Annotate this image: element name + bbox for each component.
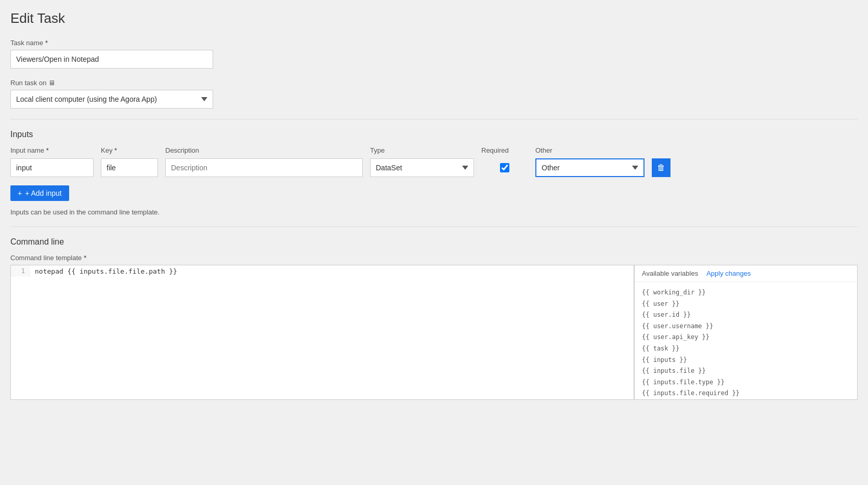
variable-inputs-file-required: {{ inputs.file.required }} xyxy=(642,388,850,399)
variable-inputs-file-id: {{ inputs.file.id }} xyxy=(642,399,850,400)
variable-task: {{ task }} xyxy=(642,343,850,355)
task-name-group: Task name * xyxy=(10,39,858,69)
inputs-header: Input name * Key * Description Type Requ… xyxy=(10,146,858,154)
col-type-label: Type xyxy=(370,146,474,154)
divider-1 xyxy=(10,119,858,119)
page-container: Edit Task Task name * Run task on 🖥 Loca… xyxy=(0,0,868,421)
command-template-label: Command line template * xyxy=(10,254,858,262)
add-input-button[interactable]: + + Add input xyxy=(10,185,69,201)
command-line-body: 1 notepad {{ inputs.file.file.path }} Av… xyxy=(10,265,858,400)
variable-inputs: {{ inputs }} xyxy=(642,355,850,366)
col-key-label: Key * xyxy=(101,146,158,154)
input-key-field[interactable] xyxy=(101,158,158,177)
col-input-name-label: Input name * xyxy=(10,146,94,154)
command-editor[interactable]: 1 notepad {{ inputs.file.file.path }} xyxy=(10,265,634,400)
divider-2 xyxy=(10,226,858,227)
required-checkbox[interactable] xyxy=(500,163,509,172)
available-variables-label: Available variables xyxy=(642,270,698,277)
variable-inputs-file: {{ inputs.file }} xyxy=(642,366,850,377)
col-description-label: Description xyxy=(165,146,363,154)
variable-user-username: {{ user.username }} xyxy=(642,321,850,332)
variables-list: {{ working_dir }} {{ user }} {{ user.id … xyxy=(635,282,857,400)
variable-user-id: {{ user.id }} xyxy=(642,309,850,321)
sidebar-panel: Available variables Apply changes {{ wor… xyxy=(634,265,858,400)
col-required-label: Required xyxy=(481,146,528,154)
delete-input-button[interactable]: 🗑 xyxy=(652,158,670,177)
monitor-icon: 🖥 xyxy=(48,79,55,87)
input-type-select[interactable]: DataSet String Number Boolean File xyxy=(370,158,474,177)
run-task-select[interactable]: Local client computer (using the Agora A… xyxy=(10,90,213,109)
inputs-section: Inputs Input name * Key * Description Ty… xyxy=(10,130,858,216)
variable-user: {{ user }} xyxy=(642,299,850,310)
sidebar-header: Available variables Apply changes xyxy=(635,265,857,282)
input-row-0: DataSet String Number Boolean File Other… xyxy=(10,158,858,177)
apply-changes-button[interactable]: Apply changes xyxy=(706,270,751,277)
run-task-label: Run task on 🖥 xyxy=(10,79,858,87)
col-other-label: Other xyxy=(535,146,645,154)
input-description-field[interactable] xyxy=(165,158,363,177)
variable-user-api-key: {{ user.api_key }} xyxy=(642,332,850,343)
task-name-label: Task name * xyxy=(10,39,858,47)
variable-inputs-file-type: {{ inputs.file.type }} xyxy=(642,377,850,388)
code-line-1: 1 notepad {{ inputs.file.file.path }} xyxy=(11,265,634,278)
command-line-title: Command line xyxy=(10,237,858,247)
plus-icon: + xyxy=(18,189,22,197)
line-number-1: 1 xyxy=(11,265,30,277)
run-task-group: Run task on 🖥 Local client computer (usi… xyxy=(10,79,858,109)
input-name-field[interactable] xyxy=(10,158,94,177)
required-star: * xyxy=(45,39,48,47)
task-name-input[interactable] xyxy=(10,50,213,69)
trash-icon: 🗑 xyxy=(657,163,665,172)
variable-working-dir: {{ working_dir }} xyxy=(642,287,850,299)
input-other-select[interactable]: Other Option1 Option2 xyxy=(535,158,645,177)
page-title: Edit Task xyxy=(10,10,858,26)
command-line-section: Command line Command line template * 1 n… xyxy=(10,237,858,400)
inputs-title: Inputs xyxy=(10,130,858,139)
required-checkbox-cell xyxy=(481,163,528,172)
inputs-hint: Inputs can be used in the command line t… xyxy=(10,208,858,216)
line-code-1: notepad {{ inputs.file.file.path }} xyxy=(30,265,182,277)
